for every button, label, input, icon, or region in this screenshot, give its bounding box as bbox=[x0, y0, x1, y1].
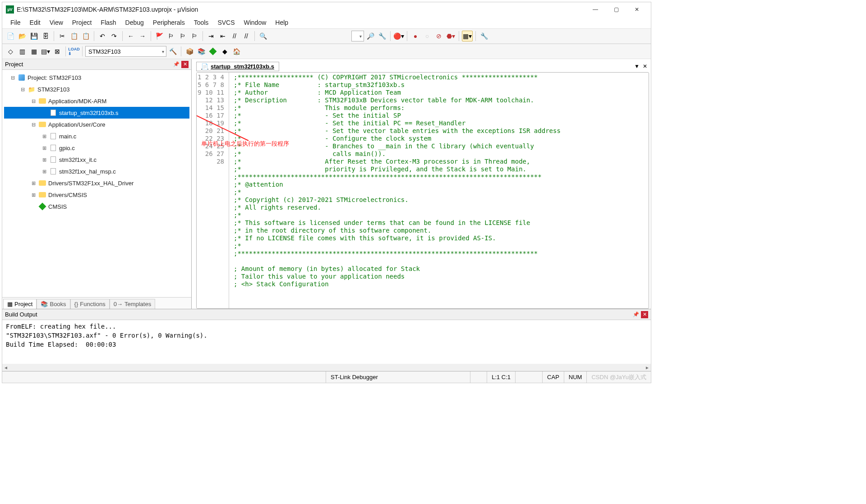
status-bar: ST-Link Debugger L:1 C:1 CAP NUM CSDN @J… bbox=[2, 371, 651, 383]
project-tree[interactable]: ⊟Project: STM32F103 ⊟📁STM32F103 ⊟Applica… bbox=[2, 70, 191, 297]
close-pane-icon[interactable]: ✕ bbox=[181, 61, 189, 68]
toolbar-build: ◇ ▥ ▦ ▤▾ ⊠ LOAD⬇ STM32F103 🔨 📦 📚 ◆ 🏠 bbox=[2, 44, 651, 59]
maximize-button[interactable]: ▢ bbox=[606, 3, 626, 16]
toolbar-main: 📄 📂 💾 🗄 ✂ 📋 📋 ↶ ↷ ← → 🚩 🏳 🏳 🏳 ⇥ ⇤ // // … bbox=[2, 28, 651, 44]
menu-view[interactable]: View bbox=[45, 18, 68, 27]
status-debugger: ST-Link Debugger bbox=[326, 371, 470, 383]
menu-bar: File Edit View Project Flash Debug Perip… bbox=[2, 17, 651, 28]
bookmark-clear-icon[interactable]: 🏳 bbox=[189, 31, 200, 41]
manage-rte-icon[interactable]: 📦 bbox=[184, 46, 195, 57]
menu-window[interactable]: Window bbox=[240, 18, 271, 27]
save-all-icon[interactable]: 🗄 bbox=[40, 31, 51, 41]
editor-pane: 📄 startup_stm32f103xb.s ▼ ✕ 1 2 3 4 5 6 … bbox=[192, 59, 651, 309]
translate-icon[interactable]: ◇ bbox=[5, 46, 16, 57]
menu-flash[interactable]: Flash bbox=[96, 18, 120, 27]
close-button[interactable]: ✕ bbox=[626, 3, 647, 16]
project-pane: Project 📌 ✕ ⊟Project: STM32F103 ⊟📁STM32F… bbox=[2, 59, 192, 309]
indent-icon[interactable]: ⇥ bbox=[206, 31, 216, 41]
configure-icon[interactable]: 🔧 bbox=[479, 31, 489, 41]
tab-templates[interactable]: 0→Templates bbox=[110, 299, 155, 309]
menu-help[interactable]: Help bbox=[271, 18, 293, 27]
nav-back-icon[interactable]: ← bbox=[125, 31, 136, 41]
stop-build-icon[interactable]: ⊠ bbox=[52, 46, 63, 57]
tree-group-haldriver[interactable]: ⊞Drivers/STM32F1xx_HAL_Driver bbox=[4, 177, 189, 189]
tab-functions[interactable]: {} Functions bbox=[70, 299, 110, 309]
undo-icon[interactable]: ↶ bbox=[97, 31, 108, 41]
debug-icon[interactable]: 🔧 bbox=[377, 31, 387, 41]
pin-icon[interactable]: 📌 bbox=[632, 311, 640, 318]
tab-books[interactable]: 📚Books bbox=[37, 299, 70, 309]
bookmark-icon[interactable]: 🚩 bbox=[154, 31, 165, 41]
save-icon[interactable]: 💾 bbox=[28, 31, 39, 41]
tree-target[interactable]: ⊟📁STM32F103 bbox=[4, 83, 189, 95]
status-num: NUM bbox=[564, 371, 587, 383]
menu-svcs[interactable]: SVCS bbox=[213, 18, 239, 27]
copy-icon[interactable]: 📋 bbox=[69, 31, 79, 41]
code-editor[interactable]: 1 2 3 4 5 6 7 8 9 10 11 12 13 14 15 16 1… bbox=[196, 72, 649, 309]
tree-group-mdkarm[interactable]: ⊟Application/MDK-ARM bbox=[4, 95, 189, 107]
tree-group-usercore[interactable]: ⊟Application/User/Core bbox=[4, 119, 189, 130]
comment-icon[interactable]: // bbox=[229, 31, 240, 41]
menu-edit[interactable]: Edit bbox=[25, 18, 45, 27]
build-output-body[interactable]: FromELF: creating hex file... "STM32F103… bbox=[2, 320, 651, 364]
build-scrollbar[interactable]: ◄► bbox=[2, 364, 651, 371]
open-file-icon[interactable]: 📂 bbox=[17, 31, 28, 41]
cut-icon[interactable]: ✂ bbox=[57, 31, 68, 41]
find-combo[interactable] bbox=[351, 31, 364, 41]
find-in-files-icon[interactable]: 🔎 bbox=[365, 31, 376, 41]
target-options-icon[interactable]: 🔨 bbox=[167, 46, 178, 57]
select-packs-icon[interactable]: 📚 bbox=[196, 46, 207, 57]
title-bar: µV E:\STM32\STM32F103\MDK-ARM\STM32F103.… bbox=[2, 2, 651, 17]
minimize-button[interactable]: — bbox=[585, 3, 606, 16]
close-pane-icon[interactable]: ✕ bbox=[641, 311, 648, 318]
menu-tools[interactable]: Tools bbox=[189, 18, 213, 27]
bp-enable-icon[interactable]: ○ bbox=[422, 31, 433, 41]
editor-dropdown-icon[interactable]: ▼ bbox=[633, 63, 641, 69]
build-output-title: Build Output 📌 ✕ bbox=[2, 309, 651, 320]
manage-multi-icon[interactable]: 🏠 bbox=[231, 46, 242, 57]
bp-disable-icon[interactable]: ⊘ bbox=[433, 31, 444, 41]
target-combo[interactable]: STM32F103 bbox=[85, 46, 166, 57]
menu-debug[interactable]: Debug bbox=[121, 18, 148, 27]
nav-fwd-icon[interactable]: → bbox=[137, 31, 148, 41]
batch-build-icon[interactable]: ▤▾ bbox=[40, 46, 51, 57]
build-icon[interactable]: ▥ bbox=[17, 46, 28, 57]
uncomment-icon[interactable]: // bbox=[241, 31, 252, 41]
tree-root[interactable]: ⊟Project: STM32F103 bbox=[4, 72, 189, 83]
new-file-icon[interactable]: 📄 bbox=[5, 31, 16, 41]
tree-group-cmsis-pack[interactable]: CMSIS bbox=[4, 201, 189, 212]
rebuild-icon[interactable]: ▦ bbox=[28, 46, 39, 57]
menu-peripherals[interactable]: Peripherals bbox=[148, 18, 189, 27]
editor-tab[interactable]: 📄 startup_stm32f103xb.s bbox=[196, 62, 279, 71]
tab-project[interactable]: ▦ Project bbox=[3, 299, 37, 309]
tree-file-it[interactable]: ⊞stm32f1xx_it.c bbox=[4, 154, 189, 165]
app-icon: µV bbox=[6, 5, 14, 14]
manage-layers-icon[interactable]: ◆ bbox=[219, 46, 230, 57]
tree-file-gpio[interactable]: ⊞gpio.c bbox=[4, 142, 189, 154]
editor-close-icon[interactable]: ✕ bbox=[641, 63, 649, 69]
menu-file[interactable]: File bbox=[6, 18, 25, 27]
paste-icon[interactable]: 📋 bbox=[80, 31, 91, 41]
tree-file-main[interactable]: ⊞main.c bbox=[4, 130, 189, 142]
download-icon[interactable]: LOAD⬇ bbox=[69, 46, 79, 57]
menu-project[interactable]: Project bbox=[68, 18, 97, 27]
outdent-icon[interactable]: ⇤ bbox=[217, 31, 228, 41]
redo-icon[interactable]: ↷ bbox=[109, 31, 120, 41]
pack-installer-icon[interactable] bbox=[207, 46, 218, 57]
build-output-pane: Build Output 📌 ✕ FromELF: creating hex f… bbox=[2, 309, 651, 371]
tree-group-cmsis[interactable]: ⊞Drivers/CMSIS bbox=[4, 189, 189, 201]
find-icon[interactable]: 🔍 bbox=[258, 31, 268, 41]
tree-file-halmsp[interactable]: ⊞stm32f1xx_hal_msp.c bbox=[4, 165, 189, 177]
bookmark-prev-icon[interactable]: 🏳 bbox=[166, 31, 176, 41]
code-body[interactable]: ;******************** (C) COPYRIGHT 2017… bbox=[229, 73, 649, 308]
project-bottom-tabs: ▦ Project 📚Books {} Functions 0→Template… bbox=[2, 297, 191, 309]
watermark: CSDN @JaYu嵌入式 bbox=[587, 371, 651, 383]
tree-file-startup[interactable]: startup_stm32f103xb.s bbox=[4, 107, 189, 119]
bp-kill-icon[interactable]: ⬣▾ bbox=[445, 31, 456, 41]
bookmark-next-icon[interactable]: 🏳 bbox=[177, 31, 188, 41]
window-layout-icon[interactable]: ▦▾ bbox=[462, 31, 473, 41]
bp-insert-icon[interactable]: ● bbox=[410, 31, 421, 41]
breakpoint-icon[interactable]: 🔴▾ bbox=[393, 31, 404, 41]
status-cursor: L:1 C:1 bbox=[487, 371, 516, 383]
pin-icon[interactable]: 📌 bbox=[173, 61, 180, 68]
